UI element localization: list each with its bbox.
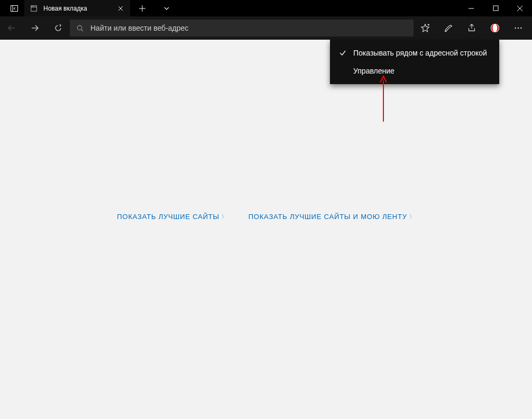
svg-rect-0 (11, 5, 18, 11)
link-label: ПОКАЗАТЬ ЛУЧШИЕ САЙТЫ И МОЮ ЛЕНТУ (249, 213, 407, 221)
tab-active[interactable]: Новая вкладка (24, 0, 130, 16)
svg-rect-12 (493, 6, 498, 11)
arrow-left-icon (7, 24, 16, 32)
svg-marker-19 (421, 24, 429, 32)
left-edge-strip (0, 0, 4, 16)
link-show-top-sites-feed[interactable]: ПОКАЗАТЬ ЛУЧШИЕ САЙТЫ И МОЮ ЛЕНТУ 〉 (249, 213, 415, 221)
menu-item-label: Показывать рядом с адресной строкой (353, 49, 487, 57)
svg-rect-5 (32, 6, 33, 6)
star-add-icon (420, 23, 430, 33)
tabs-aside-button[interactable] (4, 0, 24, 16)
ellipsis-icon (513, 23, 523, 33)
share-button[interactable] (460, 16, 483, 40)
toolbar: Найти или ввести веб-адрес (0, 16, 532, 40)
menu-item-label: Управление (353, 67, 395, 75)
tabs-aside-icon (10, 4, 19, 13)
pen-icon (444, 23, 453, 33)
extension-dropdown: Показывать рядом с адресной строкой Упра… (330, 40, 499, 84)
notes-button[interactable] (437, 16, 460, 40)
share-icon (467, 23, 476, 33)
svg-point-27 (520, 28, 521, 29)
link-show-top-sites[interactable]: ПОКАЗАТЬ ЛУЧШИЕ САЙТЫ 〉 (117, 213, 227, 221)
extension-icon (490, 23, 500, 33)
window-maximize-button[interactable] (483, 0, 508, 16)
plus-icon (139, 5, 145, 12)
tab-page-icon (30, 4, 38, 13)
address-placeholder: Найти или ввести веб-адрес (90, 24, 188, 32)
window-minimize-button[interactable] (459, 0, 483, 16)
tab-close-button[interactable] (116, 4, 125, 13)
svg-rect-6 (33, 6, 34, 6)
extension-button[interactable] (483, 16, 507, 40)
tab-strip-spacer (179, 0, 459, 16)
chevron-right-icon: 〉 (222, 213, 227, 221)
svg-line-18 (81, 29, 83, 31)
tab-title: Новая вкладка (43, 5, 111, 12)
svg-rect-4 (32, 6, 32, 6)
close-icon (517, 5, 523, 12)
window-close-button[interactable] (508, 0, 532, 16)
more-button[interactable] (507, 16, 530, 40)
tabs-dropdown-button[interactable] (154, 0, 179, 16)
new-tab-links: ПОКАЗАТЬ ЛУЧШИЕ САЙТЫ 〉 ПОКАЗАТЬ ЛУЧШИЕ … (117, 213, 415, 221)
nav-back-button[interactable] (0, 16, 23, 40)
window-controls (459, 0, 532, 16)
svg-point-25 (515, 28, 516, 29)
svg-point-17 (77, 25, 81, 30)
favorites-button[interactable] (414, 16, 437, 40)
tab-strip: Новая вкладка (0, 0, 532, 16)
check-icon (338, 49, 347, 57)
menu-item-show-near-addr[interactable]: Показывать рядом с адресной строкой (330, 44, 499, 62)
maximize-icon (493, 5, 499, 11)
new-tab-button[interactable] (130, 0, 154, 16)
chevron-right-icon: 〉 (409, 213, 415, 221)
link-label: ПОКАЗАТЬ ЛУЧШИЕ САЙТЫ (117, 213, 219, 221)
search-icon (76, 24, 84, 32)
close-icon (118, 6, 123, 11)
arrow-right-icon (31, 24, 39, 32)
address-bar-wrap: Найти или ввести веб-адрес (70, 20, 414, 37)
svg-point-26 (518, 28, 519, 29)
refresh-icon (54, 24, 62, 32)
nav-forward-button[interactable] (23, 16, 47, 40)
minimize-icon (468, 5, 474, 12)
chevron-down-icon (163, 5, 170, 12)
address-bar[interactable]: Найти или ввести веб-адрес (70, 20, 414, 37)
menu-item-manage[interactable]: Управление (330, 62, 499, 80)
page-content: ПОКАЗАТЬ ЛУЧШИЕ САЙТЫ 〉 ПОКАЗАТЬ ЛУЧШИЕ … (0, 40, 532, 419)
nav-refresh-button[interactable] (47, 16, 70, 40)
